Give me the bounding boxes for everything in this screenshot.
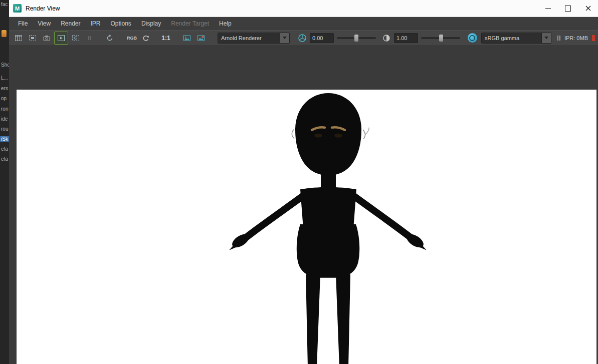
- close-icon: [585, 6, 591, 11]
- render-viewport: [9, 45, 598, 364]
- menu-ipr[interactable]: IPR: [86, 17, 106, 30]
- outliner-item[interactable]: efa: [1, 156, 8, 162]
- window-controls: [538, 0, 598, 17]
- toolbar: RGB 1:1: [9, 30, 598, 45]
- menu-display[interactable]: Display: [136, 17, 166, 30]
- menu-help[interactable]: Help: [214, 17, 237, 30]
- outliner-item[interactable]: op: [1, 96, 7, 101]
- exposure-slider[interactable]: [337, 32, 376, 44]
- pause-ipr-button[interactable]: [83, 32, 96, 44]
- menu-view[interactable]: View: [33, 17, 56, 30]
- ipr-memory-status: IPR: 0MB: [564, 35, 588, 41]
- remove-image-button[interactable]: [194, 32, 208, 44]
- outliner-item[interactable]: ers: [1, 86, 8, 91]
- ipr-render-icon: [57, 34, 65, 42]
- alpha-channel-button[interactable]: [139, 32, 152, 44]
- rgb-channels-button[interactable]: RGB: [125, 32, 138, 44]
- exposure-button[interactable]: [296, 32, 309, 44]
- chevron-down-icon: [541, 33, 551, 43]
- title-bar: M Render View: [9, 0, 598, 17]
- menu-render[interactable]: Render: [56, 17, 85, 30]
- alert-indicator: [592, 35, 595, 41]
- color-management-inner-ring: [469, 35, 475, 41]
- render-view-app: fac Sho L... ers op ron ide rou iSk efa …: [0, 0, 598, 364]
- outliner-item[interactable]: rou: [1, 126, 8, 132]
- gamma-slider-handle[interactable]: [439, 35, 443, 42]
- gamma-field[interactable]: [394, 33, 418, 43]
- rgb-channels-label: RGB: [127, 36, 137, 41]
- render-current-frame-icon: [15, 34, 23, 42]
- maximize-icon: [565, 6, 571, 12]
- gamma-button[interactable]: [380, 32, 393, 44]
- render-current-frame-button[interactable]: [12, 32, 25, 44]
- rendered-character: [17, 90, 596, 364]
- paint-bucket-icon[interactable]: [2, 30, 7, 37]
- ipr-refresh-region-button[interactable]: [69, 32, 82, 44]
- remove-image-icon: [197, 34, 205, 42]
- outliner-item[interactable]: fac: [1, 2, 8, 7]
- exposure-aperture-icon: [298, 34, 307, 43]
- rendered-image[interactable]: [17, 90, 596, 364]
- close-button[interactable]: [578, 0, 598, 17]
- outliner-item[interactable]: ron: [1, 106, 8, 112]
- menu-file[interactable]: File: [13, 17, 33, 30]
- exposure-slider-handle[interactable]: [354, 35, 358, 42]
- menu-render-target: Render Target: [166, 17, 214, 30]
- maximize-button[interactable]: [558, 0, 578, 17]
- outliner-item[interactable]: L...: [1, 75, 8, 81]
- menu-bar: File View Render IPR Options Display Ren…: [9, 17, 598, 30]
- pause-ipr-icon: [86, 34, 94, 42]
- renderer-dropdown-value: Arnold Renderer: [218, 35, 280, 41]
- toolbar-right-status: IPR: 0MB: [557, 35, 595, 41]
- gamma-contrast-icon: [382, 34, 390, 42]
- exposure-field[interactable]: [310, 33, 334, 43]
- redo-previous-render-icon: [106, 34, 114, 42]
- snapshot-icon: [43, 34, 51, 42]
- outliner-item[interactable]: efa: [1, 146, 8, 152]
- window-title: Render View: [26, 5, 60, 12]
- keep-image-button[interactable]: [180, 32, 193, 44]
- background-outliner-strip: fac Sho L... ers op ron ide rou iSk efa …: [0, 0, 9, 364]
- render-region-icon: [29, 34, 37, 42]
- maya-logo-icon: M: [13, 4, 22, 13]
- real-size-button[interactable]: 1:1: [159, 32, 172, 44]
- outliner-item-selected[interactable]: iSk: [0, 136, 9, 142]
- snapshot-button[interactable]: [40, 32, 53, 44]
- outliner-item[interactable]: ide: [1, 116, 8, 122]
- gamma-slider[interactable]: [421, 32, 460, 44]
- renderer-dropdown[interactable]: Arnold Renderer: [218, 33, 290, 44]
- colorspace-dropdown-value: sRGB gamma: [482, 35, 541, 41]
- colorspace-dropdown[interactable]: sRGB gamma: [481, 33, 551, 44]
- ipr-refresh-region-icon: [72, 34, 80, 42]
- keep-image-icon: [183, 34, 191, 42]
- color-management-button[interactable]: [466, 32, 478, 44]
- color-management-icon: [468, 33, 477, 43]
- minimize-button[interactable]: [538, 0, 558, 17]
- minimize-icon: [545, 8, 551, 9]
- ipr-pause-indicator-icon: [557, 36, 560, 41]
- render-region-button[interactable]: [26, 32, 39, 44]
- render-view-window: M Render View File View Render IPR Optio…: [9, 0, 598, 364]
- alpha-channel-icon: [142, 34, 150, 42]
- menu-options[interactable]: Options: [106, 17, 136, 30]
- chevron-down-icon: [280, 33, 289, 43]
- ipr-render-button[interactable]: [54, 32, 68, 45]
- real-size-label: 1:1: [161, 35, 170, 42]
- redo-previous-render-button[interactable]: [103, 32, 116, 44]
